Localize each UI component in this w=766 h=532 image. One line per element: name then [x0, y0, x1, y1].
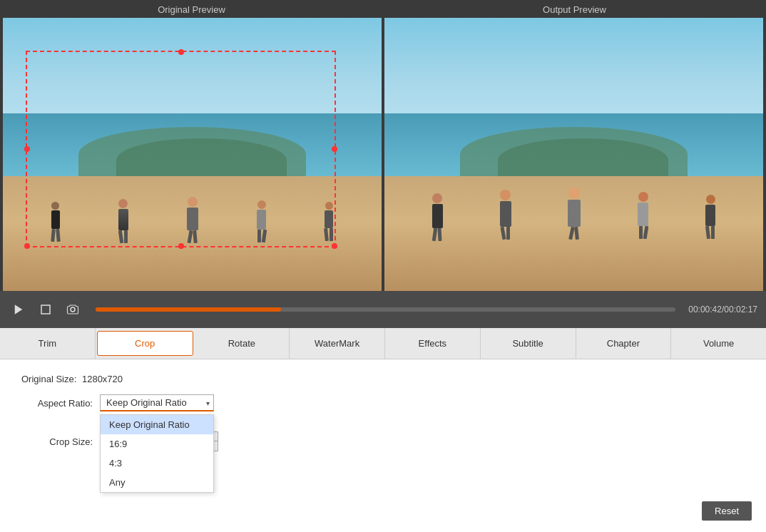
stop-icon	[39, 303, 52, 316]
tab-effects[interactable]: Effects	[385, 328, 481, 359]
camera-icon	[66, 303, 79, 316]
tab-chapter[interactable]: Chapter	[576, 328, 672, 359]
original-video-panel	[3, 18, 382, 291]
aspect-ratio-container: Keep Original Ratio 16:9 4:3 Any ▾ Keep …	[100, 394, 214, 411]
svg-marker-0	[15, 305, 23, 314]
svg-rect-1	[41, 305, 50, 314]
screenshot-button[interactable]	[63, 300, 83, 319]
original-preview-label: Original Preview	[0, 4, 383, 15]
play-button[interactable]	[9, 300, 29, 319]
dropdown-item-4-3[interactable]: 4:3	[101, 454, 213, 473]
crop-panel: Original Size: 1280x720 Aspect Ratio: Ke…	[0, 359, 766, 532]
original-size-label: Original Size:	[21, 374, 76, 384]
controls-bar: 00:00:42/00:02:17	[0, 291, 766, 328]
tab-subtitle[interactable]: Subtitle	[481, 328, 576, 359]
aspect-ratio-row: Aspect Ratio: Keep Original Ratio 16:9 4…	[21, 394, 745, 411]
tab-volume[interactable]: Volume	[671, 328, 766, 359]
time-display: 00:00:42/00:02:17	[688, 305, 757, 314]
output-preview-label: Output Preview	[383, 4, 766, 15]
output-video-panel	[384, 18, 763, 291]
stop-button[interactable]	[36, 300, 56, 319]
progress-bar[interactable]	[96, 307, 675, 312]
dropdown-item-16-9[interactable]: 16:9	[101, 434, 213, 454]
tab-trim[interactable]: Trim	[0, 328, 96, 359]
crop-size-label: Crop Size:	[21, 436, 93, 447]
reset-button[interactable]: Reset	[702, 501, 752, 521]
original-size-value: 1280x720	[82, 374, 123, 384]
aspect-ratio-label: Aspect Ratio:	[21, 398, 93, 409]
dropdown-item-any[interactable]: Any	[101, 473, 213, 492]
tab-rotate[interactable]: Rotate	[195, 328, 290, 359]
progress-fill	[96, 307, 281, 312]
tab-watermark[interactable]: WaterMark	[290, 328, 385, 359]
svg-point-2	[71, 307, 75, 312]
tab-crop[interactable]: Crop	[97, 331, 193, 356]
tabs-bar: Trim Crop Rotate WaterMark Effects Subti…	[0, 328, 766, 359]
play-icon	[12, 303, 25, 316]
aspect-ratio-dropdown: Keep Original Ratio 16:9 4:3 Any	[100, 414, 214, 493]
dropdown-item-keep-original[interactable]: Keep Original Ratio	[101, 415, 213, 434]
aspect-ratio-select[interactable]: Keep Original Ratio 16:9 4:3 Any	[100, 394, 214, 411]
original-size-row: Original Size: 1280x720	[21, 374, 745, 384]
